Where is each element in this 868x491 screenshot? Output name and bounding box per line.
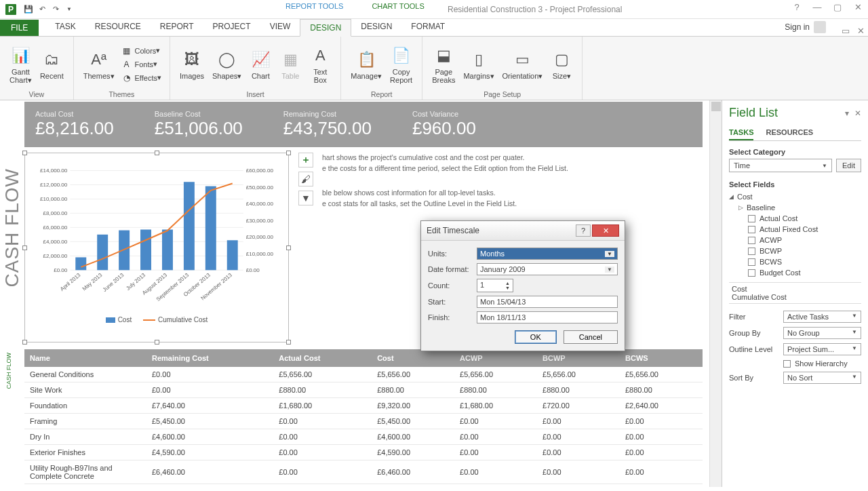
edit-timescale-dialog: Edit Timescale ?✕ Units:Months▼ Date for… bbox=[420, 220, 625, 351]
resize-handle[interactable] bbox=[286, 340, 291, 345]
close-icon[interactable]: ✕ bbox=[848, 0, 868, 14]
picked-cumulative[interactable]: Cumulative Cost bbox=[732, 293, 859, 301]
group-themes: Themes bbox=[79, 89, 164, 100]
copy-report-button[interactable]: 📄CopyReport bbox=[386, 43, 416, 85]
subwin-close-icon[interactable]: ✕ bbox=[853, 26, 868, 36]
size-button[interactable]: ▢Size▾ bbox=[547, 47, 576, 81]
shapes-button[interactable]: ◯Shapes▾ bbox=[208, 47, 245, 81]
svg-text:£60,000.00: £60,000.00 bbox=[246, 168, 274, 174]
tab-report-2[interactable]: REPORT bbox=[151, 18, 203, 36]
dialog-close-icon[interactable]: ✕ bbox=[592, 224, 619, 237]
themes-button[interactable]: AªThemes▾ bbox=[79, 47, 119, 81]
ribbon: 📊GanttChart▾ 🗂Recent View AªThemes▾ ▦Col… bbox=[0, 37, 868, 100]
margins-button[interactable]: ▯Margins▾ bbox=[459, 47, 498, 81]
tree-item[interactable]: Actual Fixed Cost bbox=[729, 224, 861, 235]
category-select[interactable]: Time▼ bbox=[729, 159, 832, 172]
outline-select[interactable]: Project Sum...▼ bbox=[783, 343, 861, 355]
panel-tab-resources[interactable]: RESOURCES bbox=[766, 125, 813, 140]
svg-text:£10,000.00: £10,000.00 bbox=[40, 196, 68, 202]
tree-item[interactable]: Actual Cost bbox=[729, 213, 861, 224]
resize-handle[interactable] bbox=[22, 246, 27, 250]
finish-input[interactable]: Mon 18/11/13 bbox=[477, 311, 618, 323]
scrollbar-vertical[interactable] bbox=[709, 100, 722, 487]
col-header: Actual Cost bbox=[273, 349, 372, 367]
gantt-chart-button[interactable]: 📊GanttChart▾ bbox=[5, 43, 36, 85]
svg-text:£2,000.00: £2,000.00 bbox=[43, 253, 68, 259]
groupby-select[interactable]: No Group▼ bbox=[783, 327, 861, 339]
resize-handle[interactable] bbox=[155, 151, 159, 155]
signin[interactable]: Sign in bbox=[779, 18, 831, 36]
sort-select[interactable]: No Sort▼ bbox=[783, 372, 861, 384]
resize-handle[interactable] bbox=[286, 151, 291, 155]
tab-format-7[interactable]: FORMAT bbox=[401, 18, 454, 36]
resize-handle[interactable] bbox=[286, 246, 291, 250]
tab-project-3[interactable]: PROJECT bbox=[203, 18, 260, 36]
tab-resource-1[interactable]: RESOURCE bbox=[85, 18, 151, 36]
effects-button[interactable]: ◔Effects▾ bbox=[119, 72, 164, 84]
help-icon[interactable]: ? bbox=[787, 0, 807, 14]
tree-item[interactable]: Budget Cost bbox=[729, 267, 861, 278]
cost-table: NameRemaining CostActual CostCostACWPBCW… bbox=[24, 349, 703, 484]
recent-button[interactable]: 🗂Recent bbox=[36, 47, 68, 81]
tab-design-5[interactable]: DESIGN bbox=[300, 19, 351, 37]
resize-handle[interactable] bbox=[22, 151, 27, 155]
tree-item[interactable]: ACWP bbox=[729, 235, 861, 246]
orientation-button[interactable]: ▭Orientation▾ bbox=[498, 47, 547, 81]
col-header: BCWP bbox=[537, 349, 620, 367]
tab-task-0[interactable]: TASK bbox=[45, 18, 85, 36]
tab-file[interactable]: FILE bbox=[0, 20, 39, 36]
panel-close-icon[interactable]: ✕ bbox=[854, 109, 861, 118]
svg-text:£50,000.00: £50,000.00 bbox=[246, 184, 274, 191]
resize-handle[interactable] bbox=[22, 340, 27, 345]
cashflow-chart[interactable]: £0.00£2,000.00£4,000.00£6,000.00£8,000.0… bbox=[24, 153, 289, 342]
manage-button[interactable]: 📋Manage▾ bbox=[347, 47, 386, 81]
count-spinner[interactable]: 1▲▼ bbox=[477, 279, 513, 292]
undo-icon[interactable]: ↶ bbox=[35, 3, 49, 16]
chart-button[interactable]: 📈Chart bbox=[245, 47, 275, 81]
hierarchy-checkbox[interactable] bbox=[783, 360, 791, 368]
svg-text:£8,000.00: £8,000.00 bbox=[43, 210, 68, 216]
sheet-tab-label[interactable]: CASH FLOW bbox=[5, 353, 12, 389]
edit-button[interactable]: Edit bbox=[836, 159, 861, 172]
svg-rect-23 bbox=[75, 257, 86, 270]
tree-item[interactable]: BCWS bbox=[729, 256, 861, 267]
panel-tab-tasks[interactable]: TASKS bbox=[729, 125, 753, 140]
select-fields-label: Select Fields bbox=[729, 180, 861, 189]
resize-handle[interactable] bbox=[155, 340, 159, 345]
textbox-button[interactable]: ATextBox bbox=[305, 43, 335, 85]
ribbon-min-icon[interactable]: ▭ bbox=[838, 26, 853, 36]
picked-cost[interactable]: Cost bbox=[732, 285, 859, 293]
restore-icon[interactable]: ▢ bbox=[827, 0, 848, 14]
dateformat-select[interactable]: January 2009▼ bbox=[477, 263, 618, 275]
colors-button[interactable]: ▦Colors▾ bbox=[119, 45, 164, 57]
fonts-button[interactable]: AFonts▾ bbox=[119, 58, 164, 71]
chart-add-icon[interactable]: ＋ bbox=[298, 153, 313, 168]
tab-view-4[interactable]: VIEW bbox=[260, 18, 300, 36]
svg-rect-29 bbox=[205, 186, 216, 271]
redo-icon[interactable]: ↷ bbox=[49, 3, 62, 16]
images-button[interactable]: 🖼Images bbox=[176, 47, 208, 81]
save-icon[interactable]: 💾 bbox=[22, 3, 35, 16]
chart-filter-icon[interactable]: ▼ bbox=[298, 191, 313, 205]
dialog-titlebar[interactable]: Edit Timescale ?✕ bbox=[421, 221, 625, 241]
tab-design-6[interactable]: DESIGN bbox=[351, 18, 401, 36]
page-breaks-button[interactable]: ⬓PageBreaks bbox=[428, 43, 459, 85]
units-select[interactable]: Months▼ bbox=[477, 248, 618, 260]
table-row: Site Work£0.00£880.00£880.00£880.00£880.… bbox=[24, 382, 703, 398]
tree-item[interactable]: BCWP bbox=[729, 246, 861, 256]
qat-more-icon[interactable]: ▼ bbox=[62, 3, 76, 16]
cancel-button[interactable]: Cancel bbox=[564, 330, 618, 344]
svg-rect-24 bbox=[97, 235, 108, 270]
tree-node-baseline[interactable]: ▷Baseline bbox=[729, 202, 861, 213]
tree-node-cost[interactable]: ◢Cost bbox=[729, 191, 861, 202]
dialog-help-icon[interactable]: ? bbox=[576, 224, 591, 237]
minimize-icon[interactable]: — bbox=[807, 0, 827, 14]
ok-button[interactable]: OK bbox=[515, 330, 557, 344]
panel-dropdown-icon[interactable]: ▾ bbox=[845, 109, 849, 118]
table-row: Utility Rough-B97Ins and Complete Concre… bbox=[24, 460, 703, 484]
table-button: ▦Table bbox=[275, 47, 305, 81]
chart-style-icon[interactable]: 🖌 bbox=[298, 172, 313, 186]
start-input[interactable]: Mon 15/04/13 bbox=[477, 296, 618, 308]
scroll-up-icon[interactable] bbox=[711, 102, 721, 111]
filter-select[interactable]: Active Tasks▼ bbox=[783, 311, 861, 323]
